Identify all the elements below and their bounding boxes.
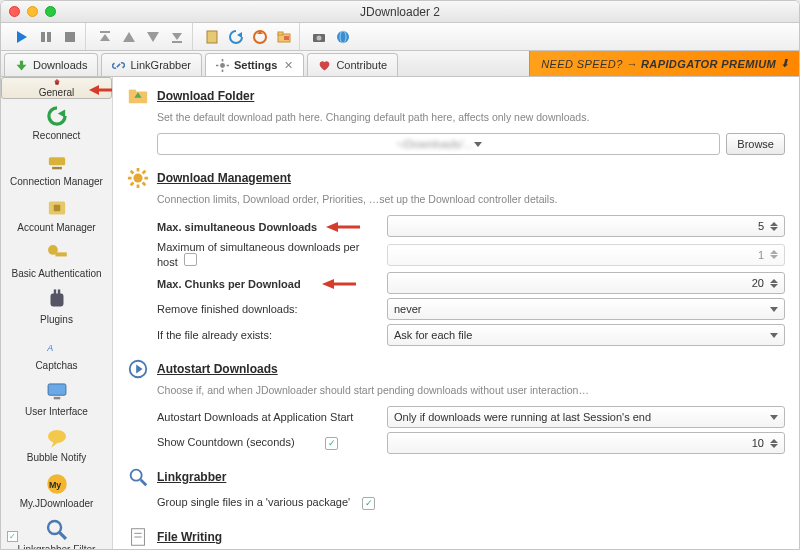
tab-settings-label: Settings xyxy=(234,59,277,71)
sidebar-label-connection: Connection Manager xyxy=(10,176,103,187)
svg-marker-6 xyxy=(123,32,135,42)
tab-bar: Downloads LinkGrabber Settings ✕ Contrib… xyxy=(1,51,799,77)
house-icon xyxy=(44,78,70,86)
sidebar-item-plugins[interactable]: Plugins xyxy=(1,283,112,329)
svg-marker-11 xyxy=(237,32,242,38)
minimize-window-icon[interactable] xyxy=(27,6,38,17)
move-top-button[interactable] xyxy=(94,26,116,48)
svg-rect-33 xyxy=(52,167,62,169)
sidebar-item-lgfilter[interactable]: ✓ Linkgrabber Filter xyxy=(1,513,112,549)
maxchunks-spinner[interactable]: 20 xyxy=(387,272,785,294)
camera-icon[interactable] xyxy=(308,26,330,48)
tab-settings[interactable]: Settings ✕ xyxy=(205,53,304,76)
annotation-arrow-icon xyxy=(322,278,356,290)
sidebar-label-captchas: Captchas xyxy=(35,360,77,371)
svg-rect-32 xyxy=(48,157,64,165)
maxsim-spinner[interactable]: 5 xyxy=(387,215,785,237)
move-bottom-button[interactable] xyxy=(166,26,188,48)
open-folder-icon[interactable] xyxy=(273,26,295,48)
svg-line-59 xyxy=(131,171,134,174)
close-window-icon[interactable] xyxy=(9,6,20,17)
premium-banner[interactable]: NEED SPEED? → RAPIDGATOR PREMIUM ⬇ xyxy=(529,51,799,76)
svg-rect-9 xyxy=(172,41,182,43)
label-countdown: Show Countdown (seconds) ✓ xyxy=(157,436,387,450)
maximize-window-icon[interactable] xyxy=(45,6,56,17)
window-title: JDownloader 2 xyxy=(9,5,791,19)
move-up-button[interactable] xyxy=(118,26,140,48)
tab-settings-close-icon[interactable]: ✕ xyxy=(284,59,293,72)
sidebar-item-ui[interactable]: User Interface xyxy=(1,375,112,421)
countdown-checkbox[interactable]: ✓ xyxy=(325,437,338,450)
reconnect-icon[interactable] xyxy=(225,26,247,48)
maxperhost-checkbox[interactable] xyxy=(184,253,197,266)
key-icon xyxy=(44,241,70,267)
tab-linkgrabber-label: LinkGrabber xyxy=(130,59,191,71)
svg-rect-3 xyxy=(65,32,75,42)
atstart-select[interactable]: Only if downloads were running at last S… xyxy=(387,406,785,428)
globe-icon[interactable] xyxy=(332,26,354,48)
gear-icon xyxy=(127,167,149,189)
countdown-spinner[interactable]: 10 xyxy=(387,432,785,454)
svg-line-60 xyxy=(143,183,146,186)
svg-point-44 xyxy=(48,430,66,443)
bubble-icon xyxy=(44,425,70,451)
settings-content: Download Folder Set the default download… xyxy=(113,77,799,549)
plug-icon xyxy=(44,287,70,313)
tab-downloads[interactable]: Downloads xyxy=(4,53,98,76)
remove-select[interactable]: never xyxy=(387,298,785,320)
section-desc-auto: Choose if, and when JDownloader should s… xyxy=(157,384,785,396)
svg-marker-8 xyxy=(172,33,182,40)
svg-rect-4 xyxy=(100,31,110,33)
sidebar-item-reconnect[interactable]: Reconnect xyxy=(1,99,112,145)
sidebar-item-account[interactable]: Account Manager xyxy=(1,191,112,237)
label-maxperhost: Maximum of simultaneous downloads per ho… xyxy=(157,241,387,268)
label-remove: Remove finished downloads: xyxy=(157,303,387,315)
annotation-arrow-icon xyxy=(326,221,360,233)
linkgrab-icon xyxy=(127,466,149,488)
main-toolbar xyxy=(1,23,799,51)
svg-marker-5 xyxy=(100,34,110,41)
group-checkbox[interactable]: ✓ xyxy=(362,497,375,510)
svg-rect-42 xyxy=(48,384,66,395)
browse-button[interactable]: Browse xyxy=(726,133,785,155)
play-button[interactable] xyxy=(11,26,33,48)
stop-button[interactable] xyxy=(59,26,81,48)
banner-text1: NEED SPEED? → xyxy=(541,58,637,70)
section-desc-folder: Set the default download path here. Chan… xyxy=(157,111,785,123)
sidebar-item-bubble[interactable]: Bubble Notify xyxy=(1,421,112,467)
tab-linkgrabber[interactable]: LinkGrabber xyxy=(101,53,202,76)
download-path-field[interactable]: ~/Downloads/… xyxy=(157,133,720,155)
svg-point-19 xyxy=(337,31,349,43)
settings-sidebar: General Reconnect Connection Manager Acc… xyxy=(1,77,113,549)
sidebar-item-basicauth[interactable]: Basic Authentication xyxy=(1,237,112,283)
section-title-folder: Download Folder xyxy=(157,89,254,103)
magnifier-icon xyxy=(44,517,70,543)
move-down-button[interactable] xyxy=(142,26,164,48)
sidebar-checkbox-lgfilter[interactable]: ✓ xyxy=(7,531,18,542)
label-group: Group single files in a 'various package… xyxy=(157,496,387,510)
svg-marker-31 xyxy=(57,110,64,118)
sidebar-item-myjd[interactable]: My My.JDownloader xyxy=(1,467,112,513)
clipboard-icon[interactable] xyxy=(201,26,223,48)
svg-point-18 xyxy=(317,35,322,40)
sidebar-item-connection[interactable]: Connection Manager xyxy=(1,145,112,191)
svg-rect-38 xyxy=(50,294,63,307)
pause-button[interactable] xyxy=(35,26,57,48)
tab-contribute[interactable]: Contribute xyxy=(307,53,398,76)
exists-select[interactable]: Ask for each file xyxy=(387,324,785,346)
lock-shield-icon xyxy=(44,195,70,221)
sidebar-label-basicauth: Basic Authentication xyxy=(11,268,101,279)
sidebar-item-general[interactable]: General xyxy=(1,77,112,99)
svg-point-22 xyxy=(220,63,225,68)
sidebar-label-myjd: My.JDownloader xyxy=(20,498,94,509)
svg-line-61 xyxy=(131,183,134,186)
label-maxsim: Max. simultaneous Downloads xyxy=(157,219,387,233)
sidebar-item-captchas[interactable]: A Captchas xyxy=(1,329,112,375)
svg-line-49 xyxy=(59,532,66,539)
svg-marker-66 xyxy=(322,279,334,289)
update-icon[interactable] xyxy=(249,26,271,48)
label-exists: If the file already exists: xyxy=(157,329,387,341)
svg-line-62 xyxy=(143,171,146,174)
svg-rect-37 xyxy=(55,252,66,256)
label-atstart: Autostart Downloads at Application Start xyxy=(157,411,387,423)
